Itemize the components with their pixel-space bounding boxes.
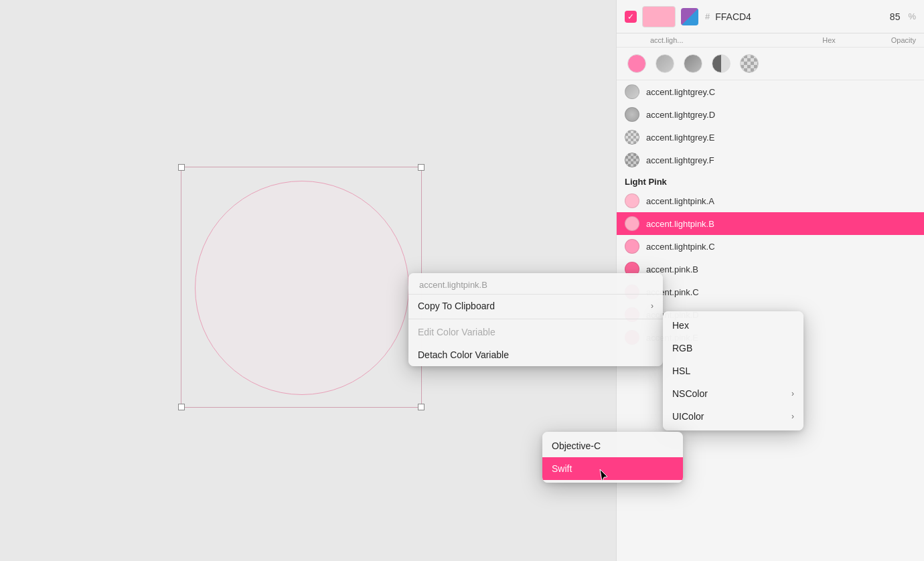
col-accent-label: acct.ligh... — [650, 36, 795, 44]
list-item[interactable]: accent.lightgrey.C — [617, 80, 924, 103]
item-name: accent.lightpink.A — [646, 196, 916, 206]
menu-item-edit-variable: Edit Color Variable — [408, 321, 663, 343]
menu-title: accent.lightpink.B — [408, 273, 663, 295]
swatch-lightgrey-d — [625, 107, 639, 122]
handle-bl[interactable] — [178, 404, 185, 410]
handle-tl[interactable] — [178, 164, 185, 171]
list-item[interactable]: accent.lightpink.C — [617, 235, 924, 258]
handle-tr[interactable] — [418, 164, 425, 171]
list-item[interactable]: accent.lightgrey.D — [617, 103, 924, 126]
opacity-value[interactable]: 85 — [890, 11, 901, 22]
uicolor-chevron-icon: › — [791, 412, 794, 421]
item-name: accent.lightpink.B — [646, 219, 916, 229]
checkbox-icon[interactable]: ✓ — [625, 11, 637, 23]
type-grey1-icon[interactable] — [656, 54, 674, 73]
type-checker-icon[interactable] — [740, 54, 759, 73]
col-opacity-label: Opacity — [862, 36, 916, 44]
submenu-uicolor-label: UIColor — [672, 411, 704, 422]
list-item-selected[interactable]: accent.lightpink.B — [617, 212, 924, 235]
percent-label: % — [908, 11, 916, 21]
menu-divider — [408, 319, 663, 319]
swatch-lightpink-c — [625, 239, 639, 254]
submenu-objc-label: Objective-C — [552, 440, 601, 451]
swatch-lightgrey-e — [625, 130, 639, 145]
submenu-nscolor-label: NSColor — [672, 388, 708, 399]
col-headers: acct.ligh... Hex Opacity — [617, 33, 924, 48]
chevron-icon: › — [651, 301, 653, 311]
item-name: accent.lightpink.C — [646, 242, 916, 252]
submenu-rgb-label: RGB — [672, 343, 692, 353]
hex-value[interactable]: FFACD4 — [715, 11, 884, 22]
item-name: accent.lightgrey.F — [646, 155, 916, 165]
swatch-lightpink-a — [625, 193, 639, 208]
hex-prefix: # — [705, 11, 710, 21]
list-item[interactable]: accent.lightgrey.F — [617, 149, 924, 171]
menu-item-copy-label: Copy To Clipboard — [418, 301, 495, 311]
circle-shape — [195, 181, 409, 395]
submenu-item-nscolor[interactable]: NSColor › — [663, 382, 803, 405]
submenu-copy: Hex RGB HSL NSColor › UIColor › — [663, 311, 803, 430]
menu-item-edit-label: Edit Color Variable — [418, 327, 495, 337]
col-hex-label: Hex — [795, 36, 862, 44]
shape-container — [181, 167, 422, 408]
canvas-content — [181, 147, 435, 414]
color-swatch-header[interactable] — [642, 6, 676, 27]
nscolor-chevron-icon: › — [791, 389, 794, 398]
type-half-icon[interactable] — [712, 54, 730, 73]
type-grey2-icon[interactable] — [684, 54, 702, 73]
swatch-lightpink-b — [625, 216, 639, 231]
color-token-icon — [681, 8, 698, 25]
item-name: accent.lightgrey.E — [646, 133, 916, 143]
submenu-item-hex[interactable]: Hex — [663, 314, 803, 337]
menu-item-detach-label: Detach Color Variable — [418, 349, 509, 360]
item-name: accent.lightgrey.D — [646, 110, 916, 120]
menu-item-detach-variable[interactable]: Detach Color Variable — [408, 343, 663, 366]
submenu-swift-label: Swift — [552, 463, 572, 474]
item-name: accent.pink.B — [646, 264, 916, 274]
list-item[interactable]: accent.lightpink.A — [617, 189, 924, 212]
color-header: ✓ # FFACD4 85 % — [617, 0, 924, 33]
menu-item-copy-clipboard[interactable]: Copy To Clipboard › — [408, 295, 663, 317]
submenu-nscolor-panel: Objective-C Swift — [542, 432, 683, 483]
item-name: accent.pink.C — [646, 287, 916, 297]
section-header-light-pink: Light Pink — [617, 171, 924, 189]
submenu-hex-label: Hex — [672, 320, 689, 331]
submenu-hsl-label: HSL — [672, 366, 690, 376]
swatch-lightgrey-f — [625, 153, 639, 167]
type-pink-icon[interactable] — [627, 54, 646, 73]
item-name: accent.lightgrey.C — [646, 87, 916, 97]
submenu-item-uicolor[interactable]: UIColor › — [663, 405, 803, 428]
submenu-item-swift[interactable]: Swift — [542, 457, 683, 480]
handle-br[interactable] — [418, 404, 425, 410]
submenu-item-hsl[interactable]: HSL — [663, 359, 803, 382]
submenu-item-rgb[interactable]: RGB — [663, 337, 803, 359]
submenu-item-objc[interactable]: Objective-C — [542, 434, 683, 457]
swatch-lightgrey-c — [625, 84, 639, 99]
list-item[interactable]: accent.lightgrey.E — [617, 126, 924, 149]
context-menu-main: accent.lightpink.B Copy To Clipboard › E… — [408, 273, 663, 366]
color-types-row — [617, 48, 924, 80]
